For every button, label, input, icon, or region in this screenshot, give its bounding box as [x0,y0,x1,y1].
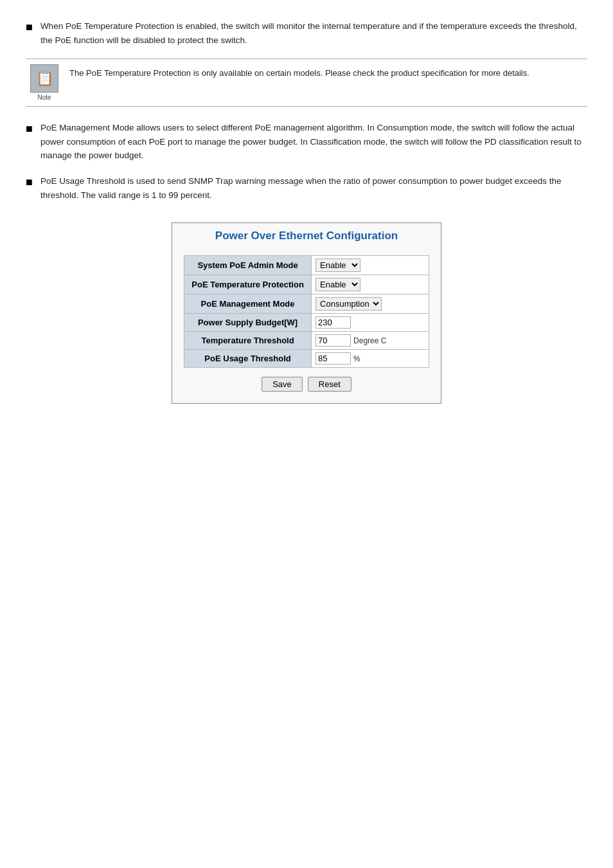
table-row: PoE Usage Threshold% [184,350,429,368]
bullet-section-3: ■ PoE Usage Threshold is used to send SN… [26,174,587,202]
row-label-5: PoE Usage Threshold [184,350,312,368]
input-3[interactable] [315,316,351,329]
bullet-icon-3: ■ [26,176,33,189]
bullet-text-2: PoE Management Mode allows users to sele… [40,121,587,163]
select-1[interactable]: EnableDisable [315,278,360,291]
table-row: Temperature ThresholdDegree C [184,332,429,350]
row-label-1: PoE Temperature Protection [184,275,312,294]
poe-button-row: Save Reset [184,377,429,392]
row-value-5[interactable]: % [312,350,429,368]
row-value-4[interactable]: Degree C [312,332,429,350]
reset-button[interactable]: Reset [308,377,351,392]
row-label-0: System PoE Admin Mode [184,256,312,275]
select-2[interactable]: ConsumptionClassification [315,297,382,311]
input-5[interactable] [315,352,351,365]
note-label: Note [37,94,51,101]
row-value-1[interactable]: EnableDisable [312,275,429,294]
note-box: Note The PoE Temperature Protection is o… [26,59,587,107]
row-value-2[interactable]: ConsumptionClassification [312,294,429,314]
select-0[interactable]: EnableDisable [315,258,360,272]
note-text: The PoE Temperature Protection is only a… [69,64,529,101]
input-4[interactable] [315,334,351,347]
bullet-section-1: ■ When PoE Temperature Protection is ena… [26,19,587,47]
row-value-3[interactable] [312,314,429,332]
bullet-icon-1: ■ [26,21,33,34]
row-label-3: Power Supply Budget[W] [184,314,312,332]
bullet-icon-2: ■ [26,122,33,136]
poe-config-box: Power Over Ethernet Configuration System… [172,222,441,404]
unit-label-4: Degree C [353,336,386,345]
poe-config-title: Power Over Ethernet Configuration [184,230,429,246]
bullet-text-1: When PoE Temperature Protection is enabl… [40,19,587,47]
bullet-text-3: PoE Usage Threshold is used to send SNMP… [40,174,587,202]
poe-config-table: System PoE Admin ModeEnableDisablePoE Te… [184,255,429,368]
unit-label-5: % [353,354,360,363]
save-button[interactable]: Save [262,377,303,392]
row-label-4: Temperature Threshold [184,332,312,350]
bullet-section-2: ■ PoE Management Mode allows users to se… [26,121,587,163]
row-value-0[interactable]: EnableDisable [312,256,429,275]
poe-config-wrapper: Power Over Ethernet Configuration System… [26,222,587,404]
table-row: Power Supply Budget[W] [184,314,429,332]
note-icon-container: Note [26,64,63,101]
row-label-2: PoE Management Mode [184,294,312,314]
table-row: System PoE Admin ModeEnableDisable [184,256,429,275]
table-row: PoE Temperature ProtectionEnableDisable [184,275,429,294]
table-row: PoE Management ModeConsumptionClassifica… [184,294,429,314]
note-icon-img [30,64,58,93]
